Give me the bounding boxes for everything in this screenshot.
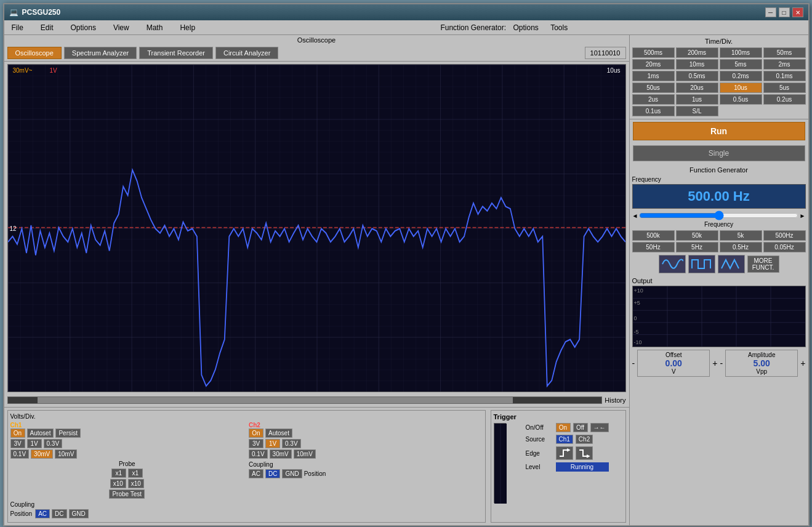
amplitude-plus-button[interactable]: +	[800, 358, 805, 368]
freq-preset-05Hz[interactable]: 0.5Hz	[720, 242, 762, 252]
ch1-30mv-button[interactable]: 30mV	[31, 449, 53, 459]
time-btn-02us[interactable]: 0.2us	[763, 94, 806, 105]
trigger-source-label: Source	[526, 436, 553, 443]
ch1-01v-button[interactable]: 0.1V	[10, 449, 30, 459]
trigger-ch2-button[interactable]: Ch2	[576, 435, 593, 444]
tab-transient-recorder[interactable]: Transient Recorder	[139, 47, 213, 59]
run-button[interactable]: Run	[633, 122, 805, 140]
time-btn-SL[interactable]: S/L	[676, 106, 718, 116]
ch1-autoset-button[interactable]: Autoset	[27, 428, 54, 438]
ch2-3v-button[interactable]: 3V	[249, 439, 263, 448]
time-btn-20ms[interactable]: 20ms	[632, 59, 675, 70]
tab-bar: Oscilloscope Spectrum Analyzer Transient…	[4, 45, 629, 62]
tab-oscilloscope[interactable]: Oscilloscope	[7, 47, 62, 59]
ch2-1v-button[interactable]: 1V	[265, 439, 280, 448]
time-btn-01ms[interactable]: 0.1ms	[763, 71, 806, 81]
trigger-ch1-button[interactable]: Ch1	[556, 435, 573, 444]
ch1-ac-button[interactable]: AC	[35, 509, 50, 518]
ch1-1v-button[interactable]: 1V	[27, 439, 42, 448]
ch2-ac-button[interactable]: AC	[249, 469, 263, 478]
triangle-wave-button[interactable]	[718, 255, 745, 273]
freq-preset-5Hz[interactable]: 5Hz	[676, 242, 718, 252]
time-btn-2ms[interactable]: 2ms	[763, 59, 806, 70]
ch2-01v-button[interactable]: 0.1V	[249, 449, 268, 459]
ch1-probe-x1-button[interactable]: x1	[111, 469, 126, 478]
trigger-status: Running	[556, 462, 609, 472]
probe-test-button[interactable]: Probe Test	[109, 489, 145, 499]
menu-math[interactable]: Math	[142, 22, 168, 33]
frequency-slider[interactable]	[639, 211, 798, 220]
ch2-03v-button[interactable]: 0.3V	[282, 439, 301, 448]
ch1-persist-button[interactable]: Persist	[55, 428, 81, 438]
ch2-on-button[interactable]: On	[249, 428, 263, 438]
time-btn-2us[interactable]: 2us	[632, 94, 675, 105]
amplitude-minus-button[interactable]: -	[720, 358, 723, 368]
offset-plus-button[interactable]: +	[712, 358, 717, 368]
time-btn-10us[interactable]: 10us	[720, 82, 762, 93]
ch2-probe-x10-button[interactable]: x10	[128, 479, 144, 488]
time-btn-100ms[interactable]: 100ms	[720, 47, 762, 58]
time-btn-5ms[interactable]: 5ms	[720, 59, 762, 70]
tab-circuit-analyzer[interactable]: Circuit Analyzer	[215, 47, 278, 59]
square-wave-button[interactable]	[688, 255, 715, 273]
trigger-off-button[interactable]: Off	[573, 423, 588, 432]
more-functions-button[interactable]: MORE FUNCT.	[747, 255, 779, 273]
freq-preset-50Hz[interactable]: 50Hz	[632, 242, 675, 252]
ch1-on-button[interactable]: On	[10, 428, 25, 438]
time-btn-50ms[interactable]: 50ms	[763, 47, 806, 58]
freq-preset-50k[interactable]: 50k	[676, 230, 718, 241]
single-button[interactable]: Single	[633, 145, 805, 161]
time-btn-05us[interactable]: 0.5us	[720, 94, 762, 105]
freq-preset-005Hz[interactable]: 0.05Hz	[763, 242, 806, 252]
menu-file[interactable]: File	[7, 22, 28, 33]
menu-bar: File Edit Options View Math Help Functio…	[4, 20, 808, 35]
maximize-button[interactable]: □	[779, 7, 790, 17]
time-btn-20us[interactable]: 20us	[676, 82, 718, 93]
freq-preset-500Hz[interactable]: 500Hz	[763, 230, 806, 241]
menu-help[interactable]: Help	[175, 22, 200, 33]
time-btn-1ms[interactable]: 1ms	[632, 71, 675, 81]
minimize-button[interactable]: ─	[765, 7, 776, 17]
history-scrollbar[interactable]	[7, 396, 603, 404]
menu-view[interactable]: View	[108, 22, 134, 33]
ch1-10mv-button[interactable]: 10mV	[55, 449, 77, 459]
trigger-falling-edge-button[interactable]	[576, 446, 593, 460]
trigger-on-button[interactable]: On	[556, 423, 571, 432]
ch1-gnd-button[interactable]: GND	[69, 509, 89, 518]
frequency-center-label: Frequency	[632, 221, 806, 228]
ch2-autoset-button[interactable]: Autoset	[265, 428, 292, 438]
offset-minus-button[interactable]: -	[632, 358, 635, 368]
menu-tools[interactable]: Tools	[545, 22, 573, 33]
time-btn-10ms[interactable]: 10ms	[676, 59, 718, 70]
menu-edit[interactable]: Edit	[36, 22, 58, 33]
time-btn-50us[interactable]: 50us	[632, 82, 675, 93]
freq-preset-5k[interactable]: 5k	[720, 230, 762, 241]
menu-options[interactable]: Options	[66, 22, 101, 33]
time-btn-5us[interactable]: 5us	[763, 82, 806, 93]
ch2-10mv-button[interactable]: 10mV	[294, 449, 316, 459]
ch2-coupling-label: Coupling	[249, 461, 273, 468]
ch1-dc-button[interactable]: DC	[52, 509, 66, 518]
ch1-probe-x10-button[interactable]: x10	[110, 479, 126, 488]
trigger-rising-edge-button[interactable]	[556, 446, 573, 460]
ch2-indicator: 1V	[50, 67, 57, 74]
ch2-probe-x1-button[interactable]: x1	[128, 469, 143, 478]
time-btn-05ms[interactable]: 0.5ms	[676, 71, 718, 81]
time-btn-1us[interactable]: 1us	[676, 94, 718, 105]
menu-func-options[interactable]: Options	[508, 22, 543, 33]
freq-preset-500k[interactable]: 500k	[632, 230, 675, 241]
close-button[interactable]: ✕	[792, 7, 803, 17]
ch1-3v-button[interactable]: 3V	[10, 439, 25, 448]
history-bar: History	[4, 393, 629, 407]
ch2-30mv-button[interactable]: 30mV	[270, 449, 292, 459]
time-btn-200ms[interactable]: 200ms	[676, 47, 718, 58]
time-btn-02ms[interactable]: 0.2ms	[720, 71, 762, 81]
sine-wave-button[interactable]	[659, 255, 686, 273]
time-btn-500ms[interactable]: 500ms	[632, 47, 675, 58]
ch2-dc-button[interactable]: DC	[265, 469, 280, 478]
ch1-03v-button[interactable]: 0.3V	[44, 439, 63, 448]
time-btn-01us[interactable]: 0.1us	[632, 106, 675, 116]
trigger-arrow-button[interactable]: →←	[590, 423, 609, 432]
ch2-gnd-button[interactable]: GND	[282, 469, 302, 478]
tab-spectrum-analyzer[interactable]: Spectrum Analyzer	[64, 47, 137, 59]
